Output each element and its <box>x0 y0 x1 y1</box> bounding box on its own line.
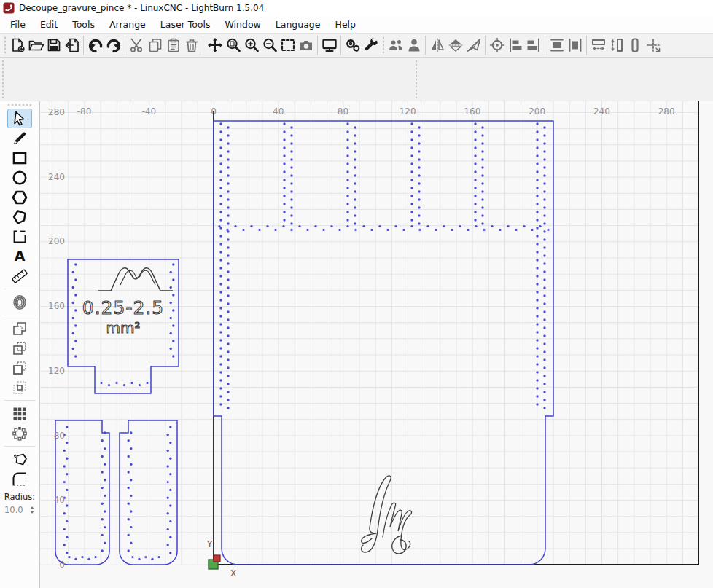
radius-spinner[interactable] <box>28 503 36 517</box>
engraving-text[interactable]: 0.25-2.5 mm² <box>82 297 164 337</box>
palette-separator <box>4 289 36 289</box>
weld-tool[interactable] <box>7 318 32 338</box>
settings-gears-button[interactable] <box>343 35 362 55</box>
circular-array-tool[interactable] <box>7 423 32 443</box>
edit-nodes-tool[interactable] <box>7 207 32 227</box>
cut-shapes[interactable] <box>55 121 553 565</box>
pan-view-button[interactable] <box>206 35 224 55</box>
menu-edit[interactable]: Edit <box>33 17 65 32</box>
zoom-in-button[interactable] <box>242 35 260 55</box>
shear-tool-button[interactable] <box>464 35 483 55</box>
zoom-out-button[interactable] <box>260 35 278 55</box>
save-file-button[interactable] <box>44 35 63 55</box>
ellipse-tool[interactable] <box>7 168 32 187</box>
make-same-height-button[interactable] <box>607 35 626 55</box>
svg-text:0.25-2.5: 0.25-2.5 <box>82 297 164 318</box>
redo-icon <box>106 37 122 53</box>
offset-tool-icon <box>11 294 28 311</box>
grid-array-tool[interactable] <box>7 404 32 423</box>
boolean-union-tool[interactable] <box>7 338 32 358</box>
preview-monitor-button[interactable] <box>320 35 338 55</box>
toolbar-drag-handle[interactable] <box>3 36 7 54</box>
mirror-horizontal-button[interactable] <box>428 35 446 55</box>
distribute-horizontal-button[interactable] <box>548 35 566 55</box>
select-tool[interactable] <box>7 109 32 128</box>
measure-tool[interactable] <box>7 266 32 286</box>
focus-center-button[interactable] <box>488 35 506 55</box>
shear-tool-icon <box>466 37 482 53</box>
signature-graphic[interactable] <box>362 476 412 554</box>
align-objects-left-button[interactable] <box>506 35 524 55</box>
ellipse-tool-icon <box>11 169 28 187</box>
toolbar-drag-handle[interactable] <box>381 36 385 54</box>
canvas-viewport[interactable]: 0.25-2.5 mm² Y X -80-4004080120160200240… <box>40 101 713 588</box>
boolean-subtract-tool[interactable] <box>7 358 32 377</box>
menu-laser-tools[interactable]: Laser Tools <box>153 17 218 32</box>
menu-file[interactable]: File <box>3 17 33 32</box>
camera-capture-icon <box>298 37 314 53</box>
align-objects-anchor-button[interactable] <box>524 35 542 55</box>
menubar: FileEditToolsArrangeLaser ToolsWindowLan… <box>0 16 713 33</box>
radius-label: Radius: <box>4 492 35 502</box>
make-same-width-button[interactable] <box>589 35 607 55</box>
polygon-tool-icon <box>11 189 28 206</box>
copy-button[interactable] <box>146 35 164 55</box>
engraving-symbol[interactable] <box>98 268 173 291</box>
text-tool[interactable]: A <box>7 246 32 266</box>
workspace-border <box>214 101 698 565</box>
draw-lines-tool-icon <box>11 130 28 147</box>
menu-window[interactable]: Window <box>218 17 268 32</box>
circular-array-tool-icon <box>11 425 28 442</box>
new-file-button[interactable] <box>8 35 26 55</box>
paste-icon <box>165 37 182 53</box>
font-toolbar-drag-handle[interactable] <box>414 60 418 98</box>
tool-palette: ARadius:10.0 <box>0 101 40 588</box>
toolbar-drag-handle[interactable] <box>1 60 4 98</box>
mirror-vertical-icon <box>448 37 464 53</box>
import-file-button[interactable] <box>63 35 81 55</box>
boolean-intersect-tool[interactable] <box>7 377 32 397</box>
camera-capture-button[interactable] <box>297 35 315 55</box>
menu-help[interactable]: Help <box>328 17 364 32</box>
distribute-horizontal-icon <box>549 37 565 53</box>
drawing-layer: 0.25-2.5 mm² Y X <box>40 101 713 588</box>
polygon-tool[interactable] <box>7 187 32 207</box>
menu-arrange[interactable]: Arrange <box>102 17 153 32</box>
zoom-to-page-button[interactable] <box>224 35 242 55</box>
distribute-vertical-button[interactable] <box>566 35 584 55</box>
rectangle-tool[interactable] <box>7 148 32 168</box>
measure-tool-icon <box>11 267 28 285</box>
undo-button[interactable] <box>86 35 104 55</box>
align-objects-left-icon <box>507 37 523 53</box>
make-same-size-button[interactable] <box>626 35 644 55</box>
text-tool-icon: A <box>11 248 28 265</box>
paste-button[interactable] <box>164 35 182 55</box>
delete-button[interactable] <box>182 35 200 55</box>
menu-language[interactable]: Language <box>268 17 328 32</box>
round-corner-tool[interactable] <box>7 469 32 489</box>
svg-text:A: A <box>15 248 26 264</box>
cut-button[interactable] <box>128 35 146 55</box>
device-settings-wrench-button[interactable] <box>362 35 380 55</box>
frame-selection-button[interactable] <box>278 35 297 55</box>
open-file-button[interactable] <box>26 35 44 55</box>
pan-view-icon <box>207 37 223 53</box>
apply-path-tool[interactable] <box>7 450 32 469</box>
palette-separator <box>4 446 36 447</box>
mirror-vertical-button[interactable] <box>446 35 464 55</box>
radius-input[interactable]: 10.0 <box>3 503 36 517</box>
cut-shape-left-a <box>55 420 109 565</box>
palette-drag-handle[interactable] <box>7 103 32 106</box>
draw-lines-tool[interactable] <box>7 128 32 148</box>
redo-button[interactable] <box>104 35 122 55</box>
shape-frame-tool[interactable] <box>7 227 32 246</box>
import-file-icon <box>64 37 80 53</box>
menu-tools[interactable]: Tools <box>65 17 102 32</box>
offset-tool[interactable] <box>7 292 32 312</box>
palette-separator <box>4 400 36 401</box>
open-file-icon <box>28 37 44 53</box>
palette-separator <box>4 315 36 315</box>
two-point-transform-button[interactable] <box>644 35 662 55</box>
user-account-button[interactable] <box>405 35 423 55</box>
team-membership-button[interactable] <box>386 35 405 55</box>
